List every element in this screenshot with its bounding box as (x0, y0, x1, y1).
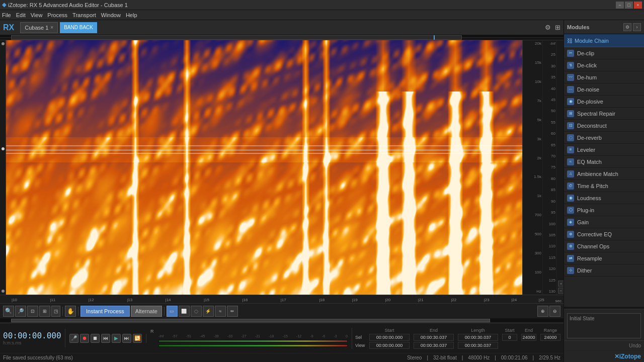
zoom-sel-button[interactable]: ⊞ (39, 306, 50, 317)
modules-settings-button[interactable]: ⚙ (623, 23, 631, 31)
resample-label: Resample (577, 255, 602, 261)
freq-sel-button[interactable]: ≈ (215, 306, 226, 317)
modules-header-icons: ⚙ › (623, 23, 641, 31)
initial-state-label: Initial State (570, 316, 594, 321)
de-click-label: De-click (577, 62, 597, 68)
play-button[interactable]: ▶ (112, 334, 121, 343)
module-ambience-match[interactable]: ♫ Ambience Match (564, 168, 644, 180)
module-dither[interactable]: ⊹ Dither (564, 264, 644, 277)
freq-15k: 15k (524, 60, 541, 65)
zoom-fit-button[interactable]: ⊡ (27, 306, 38, 317)
instant-process-button[interactable]: Instant Process (80, 306, 130, 317)
loop-button[interactable]: 🔁 (133, 334, 142, 343)
rect-select-button[interactable]: ▭ (167, 306, 178, 317)
alternate-button[interactable]: Alternate (131, 306, 162, 317)
module-loudness[interactable]: ◉ Loudness (564, 192, 644, 204)
m-0: 0 (346, 334, 348, 338)
module-corrective-eq[interactable]: ⊕ Corrective EQ (564, 228, 644, 240)
module-de-plosive[interactable]: ◉ De-plosive (564, 96, 644, 108)
top-handle[interactable] (2, 42, 5, 45)
scrollbar-area[interactable] (0, 319, 564, 323)
de-hum-icon: 〰 (567, 74, 574, 81)
db-55: 55 (544, 120, 555, 125)
status-sep2: | (462, 355, 463, 360)
zoom-in-freq-button[interactable]: + (558, 281, 564, 287)
module-de-clip[interactable]: ✂ De-clip (564, 47, 644, 59)
sel-row: Sel 00:00:00.000 00:00:30.037 00:00:30.0… (355, 334, 560, 341)
spectrogram-canvas[interactable] (6, 40, 522, 295)
status-sep3: | (495, 355, 496, 360)
de-reverb-icon: ◌ (567, 134, 574, 141)
module-leveler[interactable]: ≡ Leveler (564, 144, 644, 156)
menu-window[interactable]: Window (101, 12, 121, 18)
modules-expand-button[interactable]: › (633, 23, 641, 31)
menu-help[interactable]: Help (126, 12, 137, 18)
close-button[interactable]: × (634, 2, 642, 9)
de-reverb-label: De-reverb (577, 135, 602, 141)
minimize-button[interactable]: − (616, 2, 624, 9)
mic-button[interactable]: 🎤 (69, 334, 78, 343)
magic-wand-button[interactable]: ⚡ (203, 306, 214, 317)
menu-file[interactable]: File (2, 12, 11, 18)
bottom-handle[interactable] (2, 290, 5, 293)
module-plug-in[interactable]: ⬡ Plug-in (564, 204, 644, 216)
dither-label: Dither (577, 267, 592, 274)
tab-close-icon[interactable]: × (50, 25, 53, 30)
menu-edit[interactable]: Edit (16, 12, 26, 18)
module-de-hum[interactable]: 〰 De-hum (564, 71, 644, 83)
band-back-button[interactable]: BAND BACK (60, 22, 97, 33)
expand-icon[interactable]: ⊞ (555, 24, 560, 31)
record-button[interactable]: ⏺ (80, 334, 89, 343)
module-channel-ops[interactable]: ⊗ Channel Ops (564, 240, 644, 252)
tick-15: |15 (204, 298, 209, 302)
menu-process[interactable]: Process (47, 12, 67, 18)
m-33: -33 (227, 334, 232, 338)
db-115: 115 (544, 255, 555, 260)
zoom-out-db-button[interactable]: ⊖ (549, 306, 560, 317)
stop-button[interactable]: ⏹ (91, 334, 100, 343)
timecode-value: 00:00:00.000 (3, 331, 62, 340)
module-de-reverb[interactable]: ◌ De-reverb (564, 132, 644, 144)
scrollbar-top[interactable] (0, 35, 564, 40)
module-chain-label: Module Chain (575, 38, 609, 44)
settings-icon[interactable]: ⚙ (545, 24, 551, 31)
time-select-button[interactable]: ⬜ (179, 306, 190, 317)
hand-tool-button[interactable]: ✋ (65, 306, 76, 317)
zoom-out-freq-button[interactable]: − (558, 288, 564, 294)
zoom-in-db-button[interactable]: ⊕ (537, 306, 548, 317)
sel-end: 00:00:30.037 (414, 334, 454, 341)
brush-button[interactable]: ✏ (227, 306, 238, 317)
tick-20: |20 (385, 298, 390, 302)
module-resample[interactable]: ⇄ Resample (564, 252, 644, 264)
menu-view[interactable]: View (31, 12, 43, 18)
tool-separator-1 (62, 307, 63, 316)
m-3: -3 (334, 334, 337, 338)
zoom-out-time-button[interactable]: 🔎 (15, 306, 26, 317)
de-hum-label: De-hum (577, 74, 597, 80)
rewind-button[interactable]: ⏮ (101, 334, 110, 343)
db-axis: -Inf 25 30 35 40 45 50 55 60 65 70 75 80… (542, 40, 556, 295)
fast-forward-button[interactable]: ⏭ (122, 334, 131, 343)
module-spectral-repair[interactable]: ⊞ Spectral Repair (564, 108, 644, 120)
module-time-pitch[interactable]: ⏱ Time & Pitch (564, 180, 644, 192)
tick-17: |17 (281, 298, 286, 302)
scrollbar-thumb[interactable] (11, 319, 490, 322)
sel-start-num: 0 (502, 334, 517, 341)
zoom-time-button[interactable]: ◳ (51, 306, 60, 317)
module-deconstruct[interactable]: ⊡ Deconstruct (564, 120, 644, 132)
maximize-button[interactable]: □ (625, 2, 633, 9)
tab-cubase1[interactable]: Cubase 1 × (20, 22, 58, 33)
module-de-click[interactable]: ↯ De-click (564, 59, 644, 71)
izotope-logo-area: ✕iZotope (564, 350, 644, 362)
module-chain-item[interactable]: ⛓ Module Chain (564, 34, 644, 47)
mid-handle[interactable] (2, 147, 5, 150)
sel-range: 24000 (540, 334, 560, 341)
zoom-in-time-button[interactable]: 🔍 (3, 306, 14, 317)
freq-700: 700 (524, 213, 541, 217)
module-eq-match[interactable]: ≈ EQ Match (564, 156, 644, 168)
module-gain[interactable]: ◈ Gain (564, 216, 644, 228)
menu-transport[interactable]: Transport (72, 12, 96, 18)
status-hz: 2/29.5 Hz (539, 355, 560, 360)
module-de-noise[interactable]: ⋯ De-noise (564, 83, 644, 96)
lasso-select-button[interactable]: ◌ (191, 306, 202, 317)
